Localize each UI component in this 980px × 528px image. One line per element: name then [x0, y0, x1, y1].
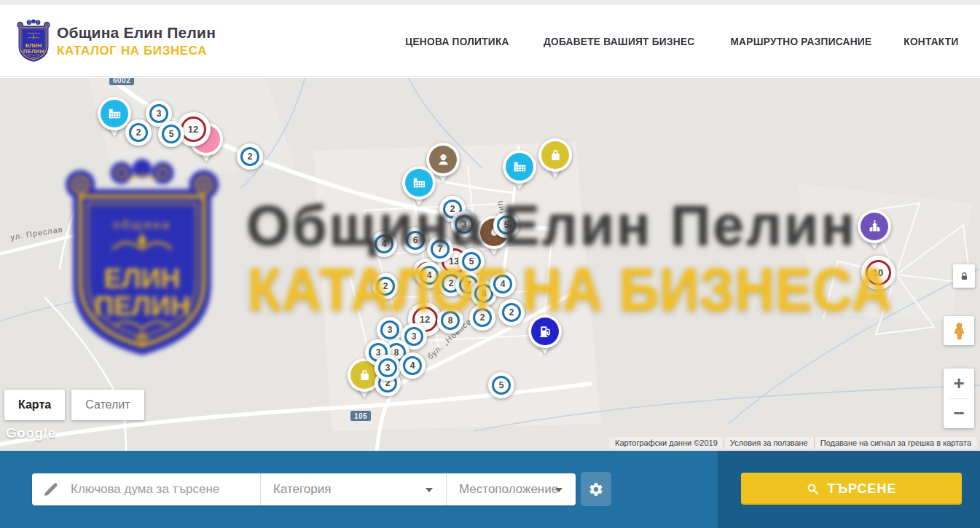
top-strip	[0, 0, 980, 5]
cluster-count: 3	[455, 215, 474, 234]
zoom-control: + −	[944, 369, 974, 428]
svg-text:община: община	[27, 32, 40, 35]
map-type-satellite-button[interactable]: Сателит	[71, 390, 144, 420]
zoom-in-button[interactable]: +	[944, 369, 974, 398]
cluster-count: 5	[462, 252, 481, 271]
map-cluster-marker[interactable]: 2	[372, 273, 399, 299]
map-cluster-marker[interactable]: 10	[861, 256, 895, 290]
cluster-count: 2	[473, 308, 492, 327]
map-cluster-marker[interactable]: 3	[451, 211, 477, 237]
map-type-map-button[interactable]: Карта	[4, 390, 65, 420]
cluster-count: 4	[403, 356, 422, 375]
road-badge-105: 105	[350, 411, 371, 421]
search-icon	[806, 482, 820, 496]
search-form: Категория Местоположение	[32, 473, 576, 505]
brand-text: Община Елин Пелин КАТАЛОГ НА БИЗНЕСА	[57, 24, 216, 58]
location-dropdown-label: Местоположение	[459, 482, 558, 497]
cluster-count: 2	[240, 147, 259, 166]
chevron-down-icon	[555, 488, 562, 492]
cluster-count: 5	[497, 216, 516, 235]
cluster-count: 5	[162, 125, 181, 143]
map-type-switcher: Карта Сателит	[4, 390, 144, 420]
attribution-copyright: Картографски данни ©2019	[609, 437, 724, 449]
pegman-icon	[949, 321, 969, 341]
google-logo[interactable]: Google	[6, 425, 55, 441]
category-dropdown-label: Категория	[273, 482, 331, 497]
map-pin-fuel[interactable]	[528, 315, 562, 358]
search-button[interactable]: ТЪРСЕНЕ	[741, 473, 962, 505]
map-cluster-marker[interactable]: 4	[490, 271, 516, 297]
map-cluster-marker[interactable]: 3	[375, 355, 401, 381]
map-cluster-marker[interactable]: 2	[125, 119, 152, 146]
church-icon	[861, 213, 888, 240]
map-cluster-marker[interactable]: 8	[437, 307, 463, 334]
municipality-emblem-logo: община ЕЛИН ПЕЛИН	[16, 14, 51, 68]
map-cluster-marker[interactable]: 2	[498, 299, 525, 326]
site-header: община ЕЛИН ПЕЛИН Община Елин Пелин КАТА…	[0, 5, 980, 77]
cluster-count: 2	[376, 277, 395, 296]
cluster-count: 3	[404, 327, 423, 346]
map-cluster-marker[interactable]: 6	[402, 227, 428, 253]
site-brand[interactable]: община ЕЛИН ПЕЛИН Община Елин Пелин КАТА…	[16, 14, 216, 68]
road-badge-6002: 6002	[109, 78, 134, 85]
nav-pricing-policy[interactable]: ЦЕНОВА ПОЛИТИКА	[405, 35, 509, 47]
cluster-count: 6	[406, 231, 425, 250]
attribution-report-error-link[interactable]: Подаване на сигнал за грешка в картата	[814, 437, 977, 449]
nav-add-your-business[interactable]: ДОБАВЕТЕ ВАШИЯТ БИЗНЕС	[544, 35, 694, 47]
attribution-terms-link[interactable]: Условия за ползване	[724, 437, 814, 449]
nav-route-schedule[interactable]: МАРШРУТНО РАЗПИСАНИЕ	[731, 35, 872, 47]
search-button-label: ТЪРСЕНЕ	[827, 481, 896, 497]
keyword-section	[32, 473, 260, 505]
map-cluster-marker[interactable]: 2	[469, 304, 495, 331]
street-view-pegman[interactable]	[944, 316, 974, 345]
map-cluster-marker[interactable]: 4	[371, 231, 397, 257]
lock-icon	[958, 270, 971, 283]
cluster-count: 8	[441, 311, 460, 330]
map-lock-control[interactable]	[953, 264, 975, 288]
map-cluster-marker[interactable]: 2	[237, 143, 263, 170]
map-cluster-marker[interactable]: 5	[458, 248, 485, 275]
advanced-settings-button[interactable]	[581, 472, 611, 506]
search-bar: Категория Местоположение ТЪРСЕНЕ	[0, 451, 980, 528]
cluster-count: 4	[375, 235, 393, 253]
map-attribution: Картографски данни ©2019 Условия за полз…	[609, 437, 977, 449]
cluster-count: 5	[492, 376, 511, 395]
zoom-out-button[interactable]: −	[944, 398, 974, 428]
map-cluster-marker[interactable]: 5	[488, 372, 514, 398]
map-pin-church[interactable]	[858, 210, 891, 253]
category-dropdown[interactable]: Категория	[260, 473, 446, 505]
nav-contacts[interactable]: КОНТАКТИ	[903, 35, 958, 47]
site-subtitle: КАТАЛОГ НА БИЗНЕСА	[57, 44, 216, 58]
map-cluster-marker[interactable]: 5	[158, 121, 184, 147]
svg-text:ПЕЛИН: ПЕЛИН	[23, 48, 44, 55]
pencil-icon	[42, 480, 60, 499]
main-nav: ЦЕНОВА ПОЛИТИКА ДОБАВЕТЕ ВАШИЯТ БИЗНЕС М…	[401, 35, 980, 47]
shopping-icon	[541, 141, 569, 169]
fuel-icon	[531, 318, 559, 345]
cluster-count: 3	[380, 320, 399, 339]
map-cluster-marker[interactable]: 7	[427, 236, 453, 262]
location-dropdown[interactable]: Местоположение	[446, 473, 576, 505]
factory-icon	[506, 153, 533, 181]
cluster-count: 10	[866, 260, 891, 285]
map-pin-factory[interactable]	[503, 150, 536, 194]
cluster-count: 3	[378, 358, 397, 377]
cluster-count: 12	[181, 117, 206, 142]
gear-icon	[588, 481, 604, 497]
map-cluster-marker[interactable]: 5	[493, 212, 520, 238]
google-map[interactable]: 6002 105 ул. Преслав бул. „Новосел ции“ …	[0, 78, 980, 451]
chevron-down-icon	[426, 488, 433, 492]
cluster-count: 4	[493, 275, 512, 293]
site-title: Община Елин Пелин	[57, 24, 216, 42]
svg-text:ЕЛИН: ЕЛИН	[26, 42, 42, 49]
page: община ЕЛИН ПЕЛИН Община Елин Пелин КАТА…	[0, 0, 980, 528]
map-pin-shopping[interactable]	[538, 138, 572, 182]
cluster-count: 7	[431, 240, 450, 259]
cluster-count: 4	[420, 266, 439, 285]
cluster-count: 2	[502, 303, 521, 322]
cluster-count: 2	[129, 123, 148, 142]
map-pin-factory[interactable]	[402, 166, 436, 210]
factory-icon	[101, 100, 128, 127]
map-cluster-marker[interactable]: 4	[399, 352, 426, 379]
keyword-search-input[interactable]	[71, 482, 254, 497]
